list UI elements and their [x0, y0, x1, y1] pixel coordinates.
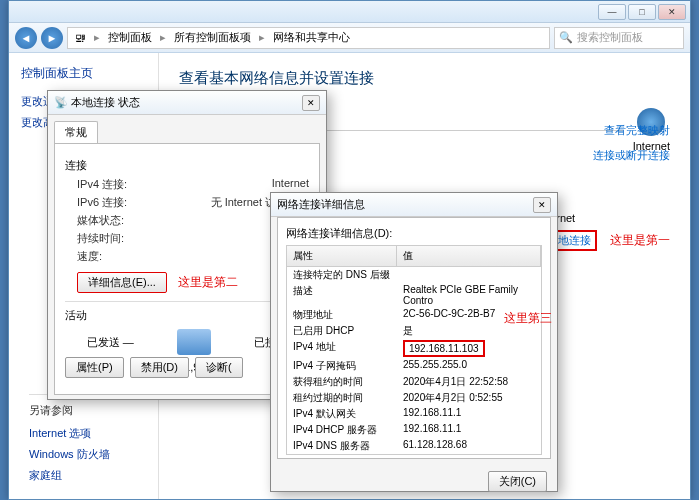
search-icon: 🔍 [559, 31, 573, 44]
titlebar: — □ ✕ [9, 1, 690, 23]
table-row[interactable]: IPv4 地址192.168.11.103 [287, 339, 541, 358]
table-row[interactable]: 61.128.192.68 [287, 454, 541, 455]
breadcrumb[interactable]: 🖳▸ 控制面板▸ 所有控制面板项▸ 网络和共享中心 [67, 27, 550, 49]
close-button[interactable]: 关闭(C) [488, 471, 547, 492]
back-button[interactable]: ◄ [15, 27, 37, 49]
annotation-2: 这里是第二 [178, 275, 238, 289]
table-row[interactable]: IPv4 默认网关192.168.11.1 [287, 406, 541, 422]
connection-details-dialog: 网络连接详细信息 ✕ 网络连接详细信息(D): 属性 值 连接特定的 DNS 后… [270, 192, 558, 492]
navbar: ◄ ► 🖳▸ 控制面板▸ 所有控制面板项▸ 网络和共享中心 🔍 搜索控制面板 [9, 23, 690, 53]
minimize-button[interactable]: — [598, 4, 626, 20]
dialog-title: 网络连接详细信息 [277, 197, 365, 212]
table-row[interactable]: 物理地址2C-56-DC-9C-2B-B7 [287, 307, 541, 323]
tab-general[interactable]: 常规 [54, 121, 98, 143]
sidebar-footer-header: 另请参阅 [29, 403, 159, 418]
table-row[interactable]: IPv4 子网掩码255.255.255.0 [287, 358, 541, 374]
sidebar-link-homegroup[interactable]: 家庭组 [29, 468, 159, 483]
sidebar-link-internet-options[interactable]: Internet 选项 [29, 426, 159, 441]
details-button[interactable]: 详细信息(E)... [77, 272, 167, 293]
dialog-title: 本地连接 状态 [71, 96, 140, 108]
diagnose-button[interactable]: 诊断( [195, 357, 243, 378]
properties-button[interactable]: 属性(P) [65, 357, 124, 378]
breadcrumb-item[interactable]: 网络和共享中心 [270, 30, 353, 45]
link-connect-disconnect[interactable]: 连接或断开连接 [593, 148, 670, 163]
breadcrumb-item[interactable]: 控制面板 [105, 30, 155, 45]
forward-button[interactable]: ► [41, 27, 63, 49]
table-row[interactable]: 已启用 DHCP是 [287, 323, 541, 339]
sidebar-title: 控制面板主页 [21, 65, 146, 82]
close-button[interactable]: ✕ [658, 4, 686, 20]
table-row[interactable]: 连接特定的 DNS 后缀 [287, 267, 541, 283]
table-row[interactable]: IPv4 DNS 服务器61.128.128.68 [287, 438, 541, 454]
page-title: 查看基本网络信息并设置连接 [179, 69, 670, 88]
adapter-icon: 📡 [54, 96, 68, 108]
annotation-3: 这里第三 [504, 310, 552, 327]
search-input[interactable]: 🔍 搜索控制面板 [554, 27, 684, 49]
dialog-close-button[interactable]: ✕ [302, 95, 320, 111]
details-table: 属性 值 连接特定的 DNS 后缀描述Realtek PCIe GBE Fami… [286, 245, 542, 455]
link-full-map[interactable]: 查看完整映射 [593, 123, 670, 138]
table-row[interactable]: 描述Realtek PCIe GBE Family Contro [287, 283, 541, 307]
table-row[interactable]: 获得租约的时间2020年4月1日 22:52:58 [287, 374, 541, 390]
table-row[interactable]: 租约过期的时间2020年4月2日 0:52:55 [287, 390, 541, 406]
maximize-button[interactable]: □ [628, 4, 656, 20]
sidebar-link-firewall[interactable]: Windows 防火墙 [29, 447, 159, 462]
activity-icon [177, 329, 211, 355]
breadcrumb-item[interactable]: 所有控制面板项 [171, 30, 254, 45]
disable-button[interactable]: 禁用(D) [130, 357, 189, 378]
table-row[interactable]: IPv4 DHCP 服务器192.168.11.1 [287, 422, 541, 438]
dialog-close-button[interactable]: ✕ [533, 197, 551, 213]
annotation-1: 这里是第一 [610, 233, 670, 247]
